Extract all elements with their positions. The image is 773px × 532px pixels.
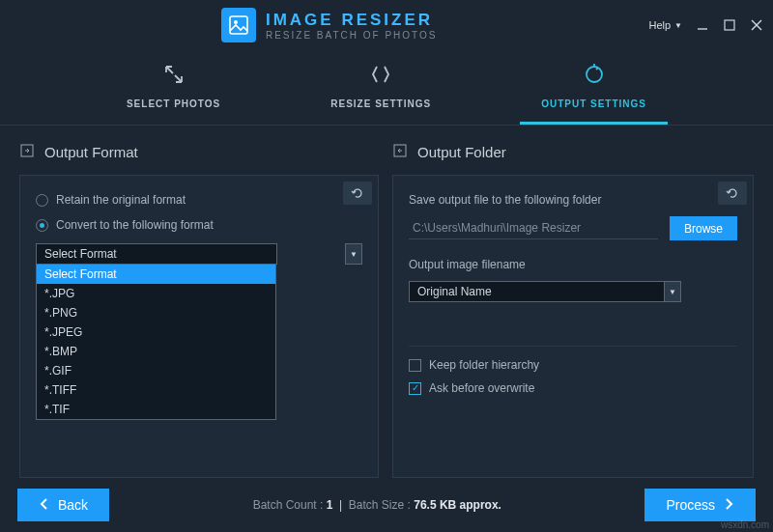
chevron-right-icon [725,497,734,514]
output-path-input[interactable] [409,218,658,239]
minimize-button[interactable] [696,18,709,32]
output-folder-heading: Output Folder [417,144,506,160]
resize-arrows-icon [369,63,392,89]
chevron-left-icon [39,497,48,514]
app-subtitle: RESIZE BATCH OF PHOTOS [266,30,438,41]
format-dropdown: Select Format *.JPG *.PNG *.JPEG *.BMP *… [36,264,276,420]
chevron-down-icon: ▼ [664,281,681,302]
svg-point-1 [234,20,238,24]
folder-icon [392,143,408,161]
radio-icon [36,194,48,207]
svg-rect-0 [230,16,247,34]
help-menu[interactable]: Help ▼ [648,19,682,31]
browse-button[interactable]: Browse [670,216,737,240]
export-icon [19,143,35,161]
process-button[interactable]: Process [644,489,756,521]
app-title: IMAGE RESIZER [266,11,438,30]
batch-info: Batch Count : 1 | Batch Size : 76.5 KB a… [109,498,644,512]
format-select[interactable]: Select Format ▼ Select Format *.JPG *.PN… [36,243,362,265]
chevron-down-icon: ▼ [345,243,362,265]
format-option[interactable]: Select Format [37,265,275,284]
gear-circle-icon [583,63,606,89]
checkbox-icon [409,359,421,372]
filename-select[interactable]: Original Name ▼ [409,281,681,302]
chevron-down-icon: ▼ [674,21,682,30]
maximize-button[interactable] [723,18,736,32]
checkbox-ask-overwrite[interactable]: Ask before overwrite [409,381,737,395]
tab-resize-settings[interactable]: RESIZE SETTINGS [309,50,452,125]
app-logo [221,8,256,42]
tab-select-photos[interactable]: SELECT PHOTOS [105,50,242,125]
close-button[interactable] [750,18,763,32]
expand-arrows-icon [162,63,186,89]
reset-format-button[interactable] [343,182,372,205]
format-option[interactable]: *.BMP [37,342,275,361]
format-option[interactable]: *.PNG [37,303,275,322]
watermark: wsxdn.com [721,519,769,530]
format-option[interactable]: *.TIF [37,400,275,419]
svg-point-6 [587,67,602,82]
format-option[interactable]: *.JPG [37,284,275,303]
format-option[interactable]: *.TIFF [37,380,275,400]
back-button[interactable]: Back [17,489,109,521]
radio-retain-original[interactable]: Retain the original format [36,193,362,207]
radio-icon [36,219,48,232]
checkbox-keep-hierarchy[interactable]: Keep folder hierarchy [409,358,737,372]
filename-label: Output image filename [409,258,737,271]
tab-output-settings[interactable]: OUTPUT SETTINGS [520,50,668,125]
output-format-heading: Output Format [44,144,138,160]
radio-convert-format[interactable]: Convert to the following format [36,218,362,232]
svg-rect-3 [725,20,734,30]
format-option[interactable]: *.JPEG [37,322,275,342]
save-folder-label: Save output file to the following folder [409,193,737,207]
reset-folder-button[interactable] [718,182,747,205]
format-option[interactable]: *.GIF [37,361,275,380]
checkbox-icon [409,382,421,395]
